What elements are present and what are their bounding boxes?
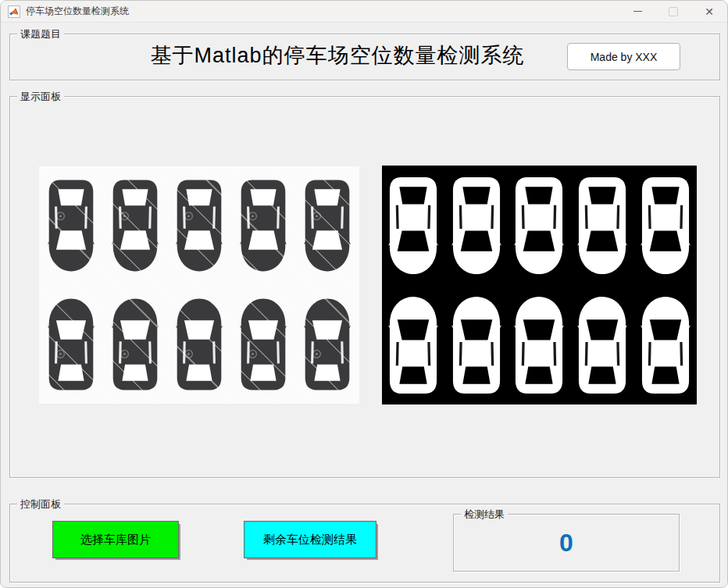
panel-topic-label: 课题题目 [17, 27, 64, 41]
car-icon [167, 166, 231, 285]
car-icon [508, 285, 571, 404]
car-icon [382, 285, 445, 404]
maximize-button[interactable] [655, 1, 691, 22]
panel-control-label: 控制面板 [17, 497, 64, 511]
car-icon [445, 166, 509, 285]
car-icon [633, 285, 697, 404]
car-icon [231, 166, 295, 285]
title-bar: 停车场空位数量检测系统 ✕ [1, 1, 727, 23]
car-icon [295, 166, 359, 285]
car-icon [445, 285, 509, 404]
close-button[interactable]: ✕ [691, 1, 727, 22]
detect-remaining-spaces-button[interactable]: 剩余车位检测结果 [244, 521, 376, 558]
car-icon [103, 166, 167, 285]
car-icon [571, 166, 634, 285]
minimize-icon [633, 11, 642, 12]
car-icon [508, 166, 571, 285]
original-parking-image [39, 166, 359, 404]
select-garage-image-button[interactable]: 选择车库图片 [52, 521, 179, 558]
panel-display-label: 显示面板 [17, 90, 64, 103]
made-by-button[interactable]: Made by XXX [567, 43, 680, 70]
window-controls: ✕ [619, 1, 727, 22]
panel-topic: 课题题目 基于Matlab的停车场空位数量检测系统 Made by XXX [9, 34, 720, 80]
car-icon [295, 285, 359, 404]
window-title: 停车场空位数量检测系统 [26, 5, 619, 18]
car-icon [103, 285, 167, 404]
panel-control: 控制面板 选择车库图片 剩余车位检测结果 检测结果 0 [9, 504, 720, 583]
car-icon [382, 166, 445, 285]
binary-parking-image [382, 166, 697, 404]
car-icon [231, 285, 295, 404]
car-icon [571, 285, 634, 404]
minimize-button[interactable] [619, 1, 655, 22]
close-icon: ✕ [705, 6, 714, 17]
figure-client-area: 课题题目 基于Matlab的停车场空位数量检测系统 Made by XXX 显示… [1, 23, 728, 588]
panel-display: 显示面板 [9, 96, 720, 478]
car-icon [39, 166, 103, 285]
matlab-icon [8, 5, 20, 18]
result-value: 0 [454, 515, 679, 571]
maximize-icon [669, 7, 678, 16]
car-icon [167, 285, 231, 404]
car-icon [39, 285, 103, 404]
panel-detection-result: 检测结果 0 [453, 514, 680, 572]
car-icon [633, 166, 697, 285]
app-window: 停车场空位数量检测系统 ✕ 课题题目 基于Matlab的停车场空位数量检测系统 … [0, 0, 728, 588]
